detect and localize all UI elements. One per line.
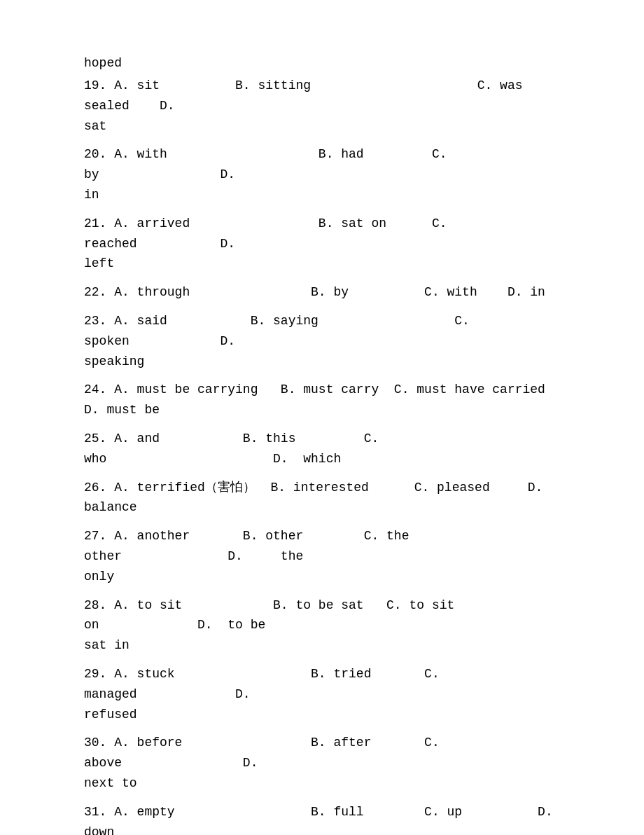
question-19-line2: sat bbox=[84, 116, 560, 137]
question-29: 29. A. stuck B. tried C. managed D. refu… bbox=[84, 664, 560, 724]
question-30-line1: 30. A. before B. after C. above D. bbox=[84, 733, 560, 773]
question-19: 19. A. sit B. sitting C. was sealed D. s… bbox=[84, 76, 560, 136]
question-20-line1: 20. A. with B. had C. by D. bbox=[84, 144, 560, 185]
intro-word: hoped bbox=[84, 56, 560, 70]
question-30: 30. A. before B. after C. above D. next … bbox=[84, 733, 560, 793]
question-23-line1: 23. A. said B. saying C. spoken D. bbox=[84, 311, 560, 352]
question-20-line2: in bbox=[84, 185, 560, 205]
question-30-line2: next to bbox=[84, 773, 560, 794]
question-26: 26. A. terrified（害怕） B. interested C. pl… bbox=[84, 478, 560, 518]
question-28: 28. A. to sit B. to be sat C. to sit on … bbox=[84, 595, 560, 656]
question-21-line2: left bbox=[84, 254, 560, 274]
question-27: 27. A. another B. other C. the other D. … bbox=[84, 526, 560, 586]
question-27-line1: 27. A. another B. other C. the other D. … bbox=[84, 526, 560, 567]
question-29-line1: 29. A. stuck B. tried C. managed D. bbox=[84, 664, 560, 705]
question-24: 24. A. must be carrying B. must carry C.… bbox=[84, 380, 560, 420]
question-28-line2: sat in bbox=[84, 635, 560, 656]
question-26-line1: 26. A. terrified（害怕） B. interested C. pl… bbox=[84, 478, 560, 518]
question-31: 31. A. empty B. full C. up D. down bbox=[84, 802, 560, 835]
question-19-line1: 19. A. sit B. sitting C. was sealed D. bbox=[84, 76, 560, 116]
question-21-line1: 21. A. arrived B. sat on C. reached D. bbox=[84, 214, 560, 254]
question-31-line1: 31. A. empty B. full C. up D. bbox=[84, 802, 560, 822]
question-23-line2: speaking bbox=[84, 352, 560, 372]
question-24-line1: 24. A. must be carrying B. must carry C.… bbox=[84, 380, 560, 420]
question-31-line2: down bbox=[84, 822, 560, 836]
question-20: 20. A. with B. had C. by D. in bbox=[84, 144, 560, 205]
question-23: 23. A. said B. saying C. spoken D. speak… bbox=[84, 311, 560, 371]
question-22: 22. A. through B. by C. with D. in bbox=[84, 282, 560, 303]
question-28-line1: 28. A. to sit B. to be sat C. to sit on … bbox=[84, 595, 560, 636]
question-25-line1: 25. A. and B. this C. who D. which bbox=[84, 429, 560, 469]
question-25: 25. A. and B. this C. who D. which bbox=[84, 429, 560, 469]
question-22-line1: 22. A. through B. by C. with D. in bbox=[84, 282, 560, 303]
question-21: 21. A. arrived B. sat on C. reached D. l… bbox=[84, 214, 560, 274]
question-27-line2: only bbox=[84, 567, 560, 587]
page-content: hoped 19. A. sit B. sitting C. was seale… bbox=[84, 56, 560, 835]
question-29-line2: refused bbox=[84, 705, 560, 725]
